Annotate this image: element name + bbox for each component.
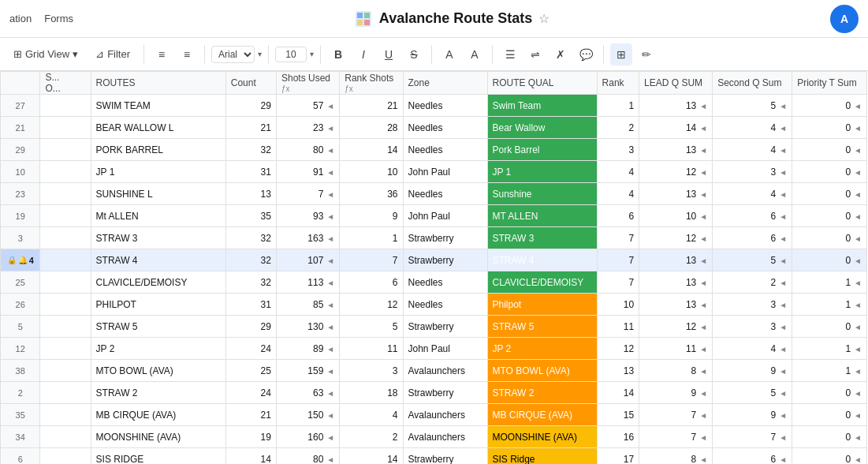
row-number: 5 — [1, 316, 40, 338]
fill-color-button[interactable]: A — [438, 43, 460, 65]
underline-button[interactable]: U — [378, 43, 400, 65]
table-row[interactable]: 26PHILPOT3185◄12NeedlesPhilpot1013◄3◄1◄ — [1, 294, 867, 316]
col-routes-header[interactable]: ROUTES — [91, 72, 225, 95]
rank-shots-cell: 9 — [340, 205, 403, 227]
user-avatar[interactable]: A — [830, 5, 859, 33]
table-row[interactable]: 25CLAVICLE/DEMOISY32113◄6NeedlesCLAVICLE… — [1, 271, 867, 294]
eraser-button[interactable]: ✗ — [549, 43, 572, 65]
grid-view-button[interactable]: ⊞ Grid View ▾ — [6, 44, 85, 64]
rank-shots-cell: 3 — [340, 360, 403, 382]
route-qual-cell: STRAW 3 — [487, 227, 597, 249]
table-row[interactable]: 27SWIM TEAM2957◄21NeedlesSwim Team113◄5◄… — [1, 95, 867, 117]
secondq-cell: 7◄ — [713, 426, 792, 448]
italic-button[interactable]: I — [352, 43, 374, 65]
align-center-button[interactable]: ≡ — [176, 43, 198, 65]
zone-cell: John Paul — [403, 338, 487, 360]
zone-cell: Needles — [403, 139, 487, 161]
align-left-button[interactable]: ≡ — [151, 43, 173, 65]
table-row[interactable]: 12JP 22489◄11John PaulJP 21211◄4◄1◄ — [1, 338, 867, 360]
secondq-cell: 6◄ — [713, 205, 792, 227]
col-s-header[interactable]: S...O... — [40, 72, 91, 95]
table-row[interactable]: 23SUNSHINE L137◄36NeedlesSunshine413◄4◄0… — [1, 183, 867, 205]
zone-cell: Needles — [403, 183, 487, 205]
top-bar: ation Forms Avalanche Route Stats ☆ A — [0, 0, 868, 38]
toolbar-sep-4 — [320, 45, 321, 64]
filter-button[interactable]: ⊿ Filter — [88, 44, 137, 64]
table-row[interactable]: 34MOONSHINE (AVA)19160◄2AvalaunchersMOON… — [1, 426, 867, 448]
pen-button[interactable]: ✏ — [635, 43, 658, 65]
shots-cell: 80◄ — [276, 139, 339, 161]
comment-button[interactable]: 💬 — [575, 43, 597, 65]
row-number: 21 — [1, 117, 40, 139]
priority-cell: 0◄ — [792, 183, 867, 205]
priority-cell: 1◄ — [792, 338, 867, 360]
star-icon[interactable]: ☆ — [538, 11, 549, 26]
font-selector[interactable]: Arial — [211, 46, 255, 63]
col-rank-header[interactable]: Rank — [597, 72, 639, 95]
row-number: 19 — [1, 205, 40, 227]
text-color-button[interactable]: A — [464, 43, 486, 65]
table-row[interactable]: 29PORK BARREL3280◄14NeedlesPork Barrel31… — [1, 139, 867, 161]
count-cell: 13 — [225, 183, 276, 205]
toolbar-sep-6 — [492, 45, 493, 64]
col-s-cell — [40, 95, 91, 117]
col-shots-header[interactable]: Shots Used ƒx — [276, 72, 339, 95]
route-qual-cell: SIS Ridge — [487, 448, 597, 465]
route-qual-cell: STRAW 4 — [487, 249, 597, 271]
col-leadq-header[interactable]: LEAD Q SUM — [639, 72, 713, 95]
leadq-cell: 13◄ — [639, 95, 713, 117]
table-row[interactable]: 35MB CIRQUE (AVA)21150◄4AvalaunchersMB C… — [1, 404, 867, 426]
shots-cell: 113◄ — [276, 271, 339, 294]
leadq-cell: 12◄ — [639, 227, 713, 249]
zone-cell: Avalaunchers — [403, 360, 487, 382]
rank-cell: 1 — [597, 95, 639, 117]
align-left2-button[interactable]: ☰ — [499, 43, 521, 65]
count-cell: 25 — [225, 360, 276, 382]
col-rq-header[interactable]: ROUTE QUAL — [487, 72, 597, 95]
col-s-cell — [40, 404, 91, 426]
table-row[interactable]: 19Mt ALLEN3593◄9John PaulMT ALLEN610◄6◄0… — [1, 205, 867, 227]
leadq-cell: 10◄ — [639, 205, 713, 227]
table-row[interactable]: 38MTO BOWL (AVA)25159◄3AvalaunchersMTO B… — [1, 360, 867, 382]
nav-ation[interactable]: ation — [9, 13, 32, 24]
grid-toggle-button[interactable]: ⊞ — [610, 43, 632, 65]
shots-cell: 163◄ — [276, 227, 339, 249]
sheet-container[interactable]: S...O... ROUTES Count Shots Used ƒx Rank… — [0, 71, 868, 464]
toolbar: ⊞ Grid View ▾ ⊿ Filter ≡ ≡ Arial ▾ ▾ B I… — [0, 38, 868, 71]
route-qual-cell: MT ALLEN — [487, 205, 597, 227]
col-secondq-header[interactable]: Second Q Sum — [713, 72, 792, 95]
rank-cell: 12 — [597, 338, 639, 360]
nav-links: ation Forms — [9, 13, 73, 24]
secondq-cell: 6◄ — [713, 227, 792, 249]
rank-shots-cell: 14 — [340, 448, 403, 465]
nav-forms[interactable]: Forms — [44, 13, 73, 24]
count-cell: 32 — [225, 139, 276, 161]
count-cell: 29 — [225, 95, 276, 117]
table-row[interactable]: 21BEAR WALLOW L2123◄28NeedlesBear Wallow… — [1, 117, 867, 139]
table-row[interactable]: 6SIS RIDGE1480◄14StrawberrySIS Ridge178◄… — [1, 448, 867, 465]
filter-icon: ⊿ — [95, 48, 104, 60]
bold-button[interactable]: B — [327, 43, 349, 65]
table-row[interactable]: 🔒🔔4STRAW 432107◄7StrawberrySTRAW 4713◄5◄… — [1, 249, 867, 271]
route-qual-cell: JP 1 — [487, 161, 597, 183]
col-count-header[interactable]: Count — [225, 72, 276, 95]
table-row[interactable]: 2STRAW 22463◄18StrawberrySTRAW 2149◄5◄0◄ — [1, 382, 867, 404]
table-row[interactable]: 3STRAW 332163◄1StrawberrySTRAW 3712◄6◄0◄ — [1, 227, 867, 249]
text-wrap-button[interactable]: ⇌ — [524, 43, 546, 65]
table-row[interactable]: 10JP 13191◄10John PaulJP 1412◄3◄0◄ — [1, 161, 867, 183]
table-row[interactable]: 5STRAW 529130◄5StrawberrySTRAW 51112◄3◄0… — [1, 316, 867, 338]
col-rank-shots-header[interactable]: Rank Shots ƒx — [340, 72, 403, 95]
col-priority-header[interactable]: Priority T Sum — [792, 72, 867, 95]
col-zone-header[interactable]: Zone — [403, 72, 487, 95]
routes-cell: PHILPOT — [91, 294, 225, 316]
rank-cell: 10 — [597, 294, 639, 316]
priority-cell: 0◄ — [792, 382, 867, 404]
leadq-cell: 7◄ — [639, 426, 713, 448]
strikethrough-button[interactable]: S — [403, 43, 425, 65]
routes-cell: STRAW 2 — [91, 382, 225, 404]
font-size-input[interactable] — [275, 47, 307, 62]
priority-cell: 0◄ — [792, 95, 867, 117]
row-number: 27 — [1, 95, 40, 117]
count-cell: 31 — [225, 294, 276, 316]
priority-cell: 0◄ — [792, 404, 867, 426]
